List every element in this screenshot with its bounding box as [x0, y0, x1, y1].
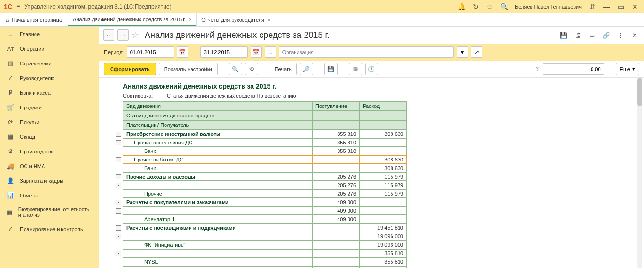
period-ellipsis-button[interactable]: ... — [265, 46, 276, 58]
save-icon[interactable]: 💾 — [558, 29, 569, 41]
row-out[interactable]: 19 451 810 — [359, 223, 407, 232]
close-panel-icon[interactable]: ✕ — [629, 29, 640, 41]
sidebar-item[interactable]: ▦Склад — [0, 129, 99, 144]
generate-button[interactable]: Сформировать — [104, 63, 156, 75]
sidebar-item[interactable]: ▦Бюджетирование, отчетность и анализ — [0, 203, 99, 222]
row-in[interactable]: 205 276 — [312, 172, 359, 181]
row-name[interactable]: ФК "Инициатива" — [123, 241, 312, 249]
row-out[interactable]: 19 096 000 — [359, 232, 407, 241]
history-icon[interactable]: ↻ — [470, 1, 481, 12]
row-in[interactable]: 355 810 — [312, 130, 359, 138]
row-out[interactable] — [359, 198, 407, 206]
row-out[interactable]: 355 810 — [359, 249, 407, 258]
star-icon[interactable]: ☆ — [485, 1, 495, 12]
row-out[interactable]: 115 979 — [359, 189, 407, 198]
row-name[interactable]: Прочие — [123, 189, 312, 198]
row-name[interactable]: Прочие поступления ДС — [123, 138, 312, 147]
row-in[interactable] — [312, 249, 359, 258]
tree-toggle[interactable]: - — [116, 132, 121, 137]
copy-icon[interactable]: ▭ — [586, 29, 598, 41]
diskette-icon[interactable]: 💾 — [324, 63, 338, 75]
row-out[interactable] — [359, 266, 407, 268]
tree-toggle[interactable]: - — [116, 251, 121, 256]
date-to-input[interactable] — [200, 46, 248, 58]
sidebar-item[interactable]: 🛒Продажи — [0, 100, 99, 115]
row-name[interactable]: Расчеты с поставщиками и подрядчиками — [123, 223, 312, 232]
bell-icon[interactable]: 🔔 — [456, 1, 467, 12]
row-in[interactable] — [312, 258, 359, 266]
sidebar-item[interactable]: ₽Банк и касса — [0, 85, 99, 100]
sidebar-item[interactable]: ▥Справочники — [0, 56, 99, 71]
print-button[interactable]: Печать — [270, 63, 297, 75]
back-button[interactable]: ← — [103, 29, 114, 41]
org-open-icon[interactable]: ↗ — [471, 46, 482, 58]
clock-icon[interactable]: 🕐 — [365, 63, 378, 75]
row-in[interactable] — [312, 223, 359, 232]
tab-reports-manager[interactable]: Отчеты для руководителя × — [196, 13, 275, 26]
row-out[interactable]: 19 096 000 — [359, 241, 407, 249]
user-label[interactable]: Беляев Павел Геннадьевич — [513, 4, 583, 9]
favorite-icon[interactable]: ☆ — [131, 30, 139, 40]
row-out[interactable]: 115 979 — [359, 172, 407, 181]
sidebar-item[interactable]: ✓Руководителю — [0, 71, 99, 85]
tree-toggle[interactable]: - — [116, 200, 121, 205]
filter-icon[interactable]: ⇵ — [587, 1, 598, 12]
more-button[interactable]: Еще ▾ — [616, 63, 639, 75]
row-in[interactable] — [312, 241, 359, 249]
row-out[interactable] — [359, 138, 407, 147]
row-out[interactable]: 308 630 — [359, 155, 407, 164]
tree-toggle[interactable]: - — [116, 174, 121, 179]
settings-button[interactable]: Показать настройки — [159, 63, 218, 75]
calendar-from-icon[interactable]: 📅 — [177, 46, 188, 58]
link-icon[interactable]: 🔗 — [600, 29, 612, 41]
tree-toggle[interactable]: - — [116, 208, 121, 214]
row-out[interactable]: 355 810 — [359, 258, 407, 266]
tree-toggle[interactable]: - — [116, 234, 121, 239]
restore-icon[interactable]: ▭ — [616, 1, 626, 12]
row-out[interactable]: 308 630 — [359, 164, 407, 172]
row-name[interactable]: NYSE — [123, 258, 312, 266]
print-icon[interactable]: 🖨 — [572, 29, 583, 41]
row-name[interactable]: Прочее выбытие ДС — [123, 155, 312, 164]
tab-report[interactable]: Анализ движений денежных средств за 2015… — [68, 13, 196, 26]
organization-input[interactable] — [279, 46, 454, 58]
calendar-to-icon[interactable]: 📅 — [251, 46, 262, 58]
row-out[interactable] — [359, 215, 407, 223]
refresh-icon[interactable]: ⟲ — [245, 63, 258, 75]
find-icon[interactable]: 🔍 — [229, 63, 242, 75]
close-icon[interactable]: ✕ — [630, 1, 640, 12]
tree-toggle[interactable]: - — [116, 140, 121, 145]
row-in[interactable]: 409 000 — [312, 215, 359, 223]
tree-toggle[interactable]: - — [116, 157, 121, 162]
row-in[interactable]: 355 810 — [312, 147, 359, 155]
tree-toggle[interactable]: - — [116, 183, 121, 188]
scrollbar[interactable] — [637, 78, 642, 268]
row-out[interactable] — [359, 147, 407, 155]
row-in[interactable]: 355 810 — [312, 138, 359, 147]
tab-home[interactable]: ⌂ Начальная страница — [0, 13, 68, 26]
row-in[interactable] — [312, 232, 359, 241]
sidebar-item[interactable]: АтОперации — [0, 41, 99, 56]
menu-icon[interactable]: ≡ — [16, 2, 20, 11]
tree-toggle[interactable]: - — [116, 225, 121, 231]
sidebar-item[interactable]: ≡Главное — [0, 27, 99, 41]
row-out[interactable]: 115 979 — [359, 181, 407, 189]
forward-button[interactable]: → — [117, 29, 129, 41]
row-in[interactable]: 110 000 — [312, 266, 359, 268]
row-in[interactable]: 409 000 — [312, 198, 359, 206]
sum-field[interactable] — [543, 63, 604, 75]
row-name[interactable] — [123, 206, 312, 215]
minimize-icon[interactable]: — — [601, 1, 612, 12]
sidebar-item[interactable]: ✓Планирование и контроль — [0, 222, 99, 236]
row-name[interactable]: Банк — [123, 147, 312, 155]
row-name[interactable]: Арендатор 1 — [123, 215, 312, 223]
row-name[interactable]: Расчеты с покупателями и заказчиками — [123, 198, 312, 206]
row-name[interactable]: Прочие доходы и расходы — [123, 172, 312, 181]
row-out[interactable] — [359, 206, 407, 215]
report-grid[interactable]: Вид движенияПоступлениеРасходСтатья движ… — [104, 101, 639, 268]
sidebar-item[interactable]: 👤Зарплата и кадры — [0, 173, 99, 188]
search-icon[interactable]: 🔍 — [499, 1, 509, 12]
sidebar-item[interactable]: 🚚ОС и НМА — [0, 159, 99, 173]
preview-icon[interactable]: 🔎 — [300, 63, 313, 75]
org-dropdown-icon[interactable]: ▾ — [457, 46, 468, 58]
